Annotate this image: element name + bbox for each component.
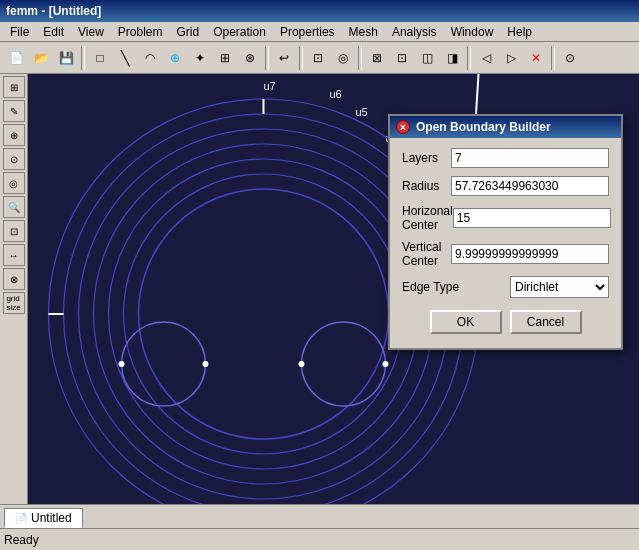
radius-label: Radius xyxy=(402,179,451,193)
open-button[interactable]: 📂 xyxy=(29,46,53,70)
new-button[interactable]: 📄 xyxy=(4,46,28,70)
svg-text:u5: u5 xyxy=(356,106,368,118)
prev-view[interactable]: ◁ xyxy=(474,46,498,70)
sidebar-edit[interactable]: ✎ xyxy=(3,100,25,122)
left-sidebar: ⊞ ✎ ⊕ ⊙ ◎ 🔍 ⊡ ↔ ⊗ gridsize xyxy=(0,74,28,504)
svg-point-17 xyxy=(203,361,209,367)
dialog-close-button[interactable]: × xyxy=(396,120,410,134)
layers-row: Layers xyxy=(402,148,609,168)
vert-center-row: Vertical Center xyxy=(402,240,609,268)
svg-point-10 xyxy=(139,189,389,439)
mesh-view[interactable]: ◎ xyxy=(331,46,355,70)
horiz-center-input[interactable] xyxy=(453,208,611,228)
horiz-center-row: Horizonal Center xyxy=(402,204,609,232)
edge-type-row: Edge Type Dirichlet Neumann xyxy=(402,276,609,298)
next-view[interactable]: ▷ xyxy=(499,46,523,70)
vert-center-input[interactable] xyxy=(451,244,609,264)
toolbar-sep-2 xyxy=(265,46,269,70)
toolbar: 📄 📂 💾 □ ╲ ◠ ⊕ ✦ ⊞ ⊛ ↩ ⊡ ◎ ⊠ ⊡ ◫ ◨ ◁ ▷ ✕ … xyxy=(0,42,639,74)
menu-grid[interactable]: Grid xyxy=(171,24,206,40)
close-window[interactable]: ✕ xyxy=(524,46,548,70)
toolbar-sep-4 xyxy=(358,46,362,70)
circle-tool[interactable]: ⊕ xyxy=(163,46,187,70)
cancel-button[interactable]: Cancel xyxy=(510,310,582,334)
sidebar-search[interactable]: 🔍 xyxy=(3,196,25,218)
zoom-in[interactable]: ⊠ xyxy=(365,46,389,70)
save-button[interactable]: 💾 xyxy=(54,46,78,70)
svg-point-19 xyxy=(299,361,305,367)
node-tool[interactable]: ✦ xyxy=(188,46,212,70)
tab-icon: 📄 xyxy=(15,513,27,524)
sidebar-zoom-fit[interactable]: ⊡ xyxy=(3,220,25,242)
vert-center-label: Vertical Center xyxy=(402,240,451,268)
sidebar-node[interactable]: ⊕ xyxy=(3,124,25,146)
tab-bar: 📄 Untitled xyxy=(0,504,639,528)
zoom-fit[interactable]: ◫ xyxy=(415,46,439,70)
menu-properties[interactable]: Properties xyxy=(274,24,341,40)
toolbar-sep-3 xyxy=(299,46,303,70)
region-tool[interactable]: ⊛ xyxy=(238,46,262,70)
menu-window[interactable]: Window xyxy=(445,24,500,40)
undo-button[interactable]: ↩ xyxy=(272,46,296,70)
ok-button[interactable]: OK xyxy=(430,310,502,334)
arc-tool[interactable]: ◠ xyxy=(138,46,162,70)
menu-edit[interactable]: Edit xyxy=(37,24,70,40)
menu-operation[interactable]: Operation xyxy=(207,24,272,40)
menu-analysis[interactable]: Analysis xyxy=(386,24,443,40)
radius-input[interactable] xyxy=(451,176,609,196)
svg-point-18 xyxy=(302,322,386,406)
edge-type-label: Edge Type xyxy=(402,280,510,294)
window-title: femm - [Untitled] xyxy=(6,4,101,18)
svg-point-8 xyxy=(109,159,419,469)
sidebar-zoom-out[interactable]: ◎ xyxy=(3,172,25,194)
sidebar-select[interactable]: ⊞ xyxy=(3,76,25,98)
menu-problem[interactable]: Problem xyxy=(112,24,169,40)
svg-point-20 xyxy=(383,361,389,367)
tab-label: Untitled xyxy=(31,511,72,525)
svg-text:u6: u6 xyxy=(330,88,342,100)
horiz-center-label: Horizonal Center xyxy=(402,204,453,232)
obb-dialog: × Open Boundary Builder Layers Radius xyxy=(388,114,623,350)
svg-point-15 xyxy=(122,322,206,406)
menu-bar: File Edit View Problem Grid Operation Pr… xyxy=(0,22,639,42)
toolbar-sep-5 xyxy=(467,46,471,70)
layers-label: Layers xyxy=(402,151,451,165)
line-tool[interactable]: ╲ xyxy=(113,46,137,70)
status-text: Ready xyxy=(4,533,39,547)
sidebar-zoom-in[interactable]: ⊙ xyxy=(3,148,25,170)
layers-input[interactable] xyxy=(451,148,609,168)
toolbar-sep-6 xyxy=(551,46,555,70)
mesh-gen[interactable]: ⊡ xyxy=(306,46,330,70)
edge-type-select[interactable]: Dirichlet Neumann xyxy=(510,276,609,298)
target-btn[interactable]: ⊙ xyxy=(558,46,582,70)
rect-tool[interactable]: □ xyxy=(88,46,112,70)
title-bar: femm - [Untitled] xyxy=(0,0,639,22)
svg-point-9 xyxy=(124,174,404,454)
sidebar-pan[interactable]: ↔ xyxy=(3,244,25,266)
obb-titlebar: × Open Boundary Builder xyxy=(390,116,621,138)
toolbar-sep-1 xyxy=(81,46,85,70)
label-tool[interactable]: ⊞ xyxy=(213,46,237,70)
main-area: ⊞ ✎ ⊕ ⊙ ◎ 🔍 ⊡ ↔ ⊗ gridsize u7 u6 u5 u4 xyxy=(0,74,639,504)
canvas-area[interactable]: u7 u6 u5 u4 xyxy=(28,74,639,504)
status-bar: Ready xyxy=(0,528,639,550)
menu-help[interactable]: Help xyxy=(501,24,538,40)
menu-mesh[interactable]: Mesh xyxy=(343,24,384,40)
menu-view[interactable]: View xyxy=(72,24,110,40)
menu-file[interactable]: File xyxy=(4,24,35,40)
svg-text:u7: u7 xyxy=(264,80,276,92)
dialog-buttons: OK Cancel xyxy=(402,308,609,338)
dialog-title: Open Boundary Builder xyxy=(416,120,551,134)
obb-body: Layers Radius Horizonal Center xyxy=(390,138,621,348)
sidebar-cross[interactable]: ⊗ xyxy=(3,268,25,290)
zoom-select[interactable]: ◨ xyxy=(440,46,464,70)
svg-point-16 xyxy=(119,361,125,367)
tab-untitled[interactable]: 📄 Untitled xyxy=(4,508,83,528)
svg-point-7 xyxy=(94,144,434,484)
sidebar-grid[interactable]: gridsize xyxy=(3,292,25,314)
radius-row: Radius xyxy=(402,176,609,196)
zoom-out[interactable]: ⊡ xyxy=(390,46,414,70)
